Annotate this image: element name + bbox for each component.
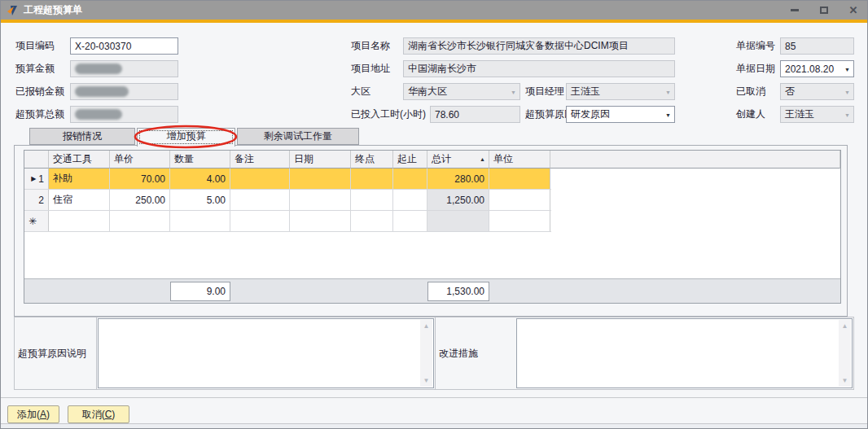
quantity-total-box: 9.00 (170, 282, 230, 301)
project-code-label: 项目编码 (15, 37, 55, 55)
scroll-down-icon[interactable]: ▼ (842, 377, 848, 384)
cell-destination[interactable] (351, 211, 393, 231)
creator-select: 王涟玉▼ (780, 106, 854, 123)
table-row[interactable]: ▶ 1 补助 70.00 4.00 280.00 (24, 169, 551, 190)
row-selector[interactable]: 2 (24, 190, 49, 210)
tab-add-budget[interactable]: 增加预算 (137, 128, 235, 147)
cell-start-end[interactable] (393, 211, 427, 231)
cell-date[interactable] (290, 190, 351, 210)
scroll-up-icon[interactable]: ▲ (842, 322, 848, 330)
chevron-down-icon[interactable]: ▼ (665, 112, 671, 117)
reimbursed-amount-field (70, 83, 178, 100)
footer-divider (1, 397, 867, 398)
cell-unit[interactable] (489, 211, 550, 231)
cell-vehicle[interactable]: 住宿 (49, 190, 110, 210)
col-header-destination[interactable]: 终点 (351, 151, 393, 169)
cancel-button[interactable]: 取消(C) (68, 405, 129, 423)
window-bottom-edge (1, 423, 867, 428)
col-header-remark[interactable]: 备注 (230, 151, 290, 169)
invested-hours-field: 78.60 (430, 106, 520, 123)
col-header-date[interactable]: 日期 (290, 151, 351, 169)
cell-start-end[interactable] (393, 190, 427, 210)
reason-note-textarea[interactable]: ▲ ▼ (98, 318, 434, 388)
col-header-vehicle[interactable]: 交通工具 (49, 151, 110, 169)
over-budget-reason-select[interactable]: 研发原因▼ (566, 106, 675, 123)
doc-date-select[interactable]: 2021.08.20▼ (780, 60, 854, 77)
chevron-down-icon: ▼ (844, 89, 850, 94)
redacted-value (75, 109, 122, 120)
row-selector[interactable]: ▶ 1 (24, 169, 49, 189)
cell-total[interactable] (427, 211, 489, 231)
dialog-window: 工程超预算单 ✕ 项目编码 X-20-030370 预算金额 已报销金额 超预算… (0, 0, 868, 429)
reimbursed-amount-label: 已报销金额 (15, 83, 64, 100)
add-button[interactable]: 添加(A) (7, 405, 59, 423)
window-title: 工程超预算单 (24, 3, 82, 17)
maximize-icon[interactable] (818, 5, 830, 16)
project-manager-label: 项目经理 (525, 83, 564, 100)
cell-vehicle[interactable] (49, 211, 110, 231)
cell-remark[interactable] (230, 190, 290, 210)
cell-total[interactable]: 280.00 (427, 169, 489, 189)
project-address-field: 中国湖南长沙市 (403, 60, 675, 77)
over-budget-total-field (70, 106, 178, 123)
project-manager-select: 王涟玉▼ (566, 83, 675, 100)
doc-number-field: 85 (780, 37, 854, 55)
doc-number-label: 单据编号 (736, 37, 775, 55)
scroll-down-icon[interactable]: ▼ (423, 377, 430, 384)
cell-start-end[interactable] (393, 169, 427, 189)
improvement-textarea[interactable]: ▲ ▼ (516, 318, 853, 388)
grid-totals-bar: 9.00 1,530.00 (24, 278, 840, 303)
col-header-quantity[interactable]: 数量 (170, 151, 230, 169)
table-row[interactable]: 2 住宿 250.00 5.00 1,250.00 (24, 190, 551, 211)
col-header-filler (550, 151, 840, 169)
col-header-unit[interactable]: 单位 (489, 151, 550, 169)
cancelled-select: 否▼ (780, 83, 854, 100)
minimize-icon[interactable] (789, 5, 800, 16)
cell-date[interactable] (290, 211, 351, 231)
doc-date-label: 单据日期 (736, 60, 775, 77)
cell-quantity[interactable]: 5.00 (170, 190, 230, 210)
budget-amount-field (70, 60, 178, 77)
cell-date[interactable] (290, 169, 351, 189)
chevron-down-icon[interactable]: ▼ (844, 66, 850, 72)
textarea-scrollbar[interactable]: ▲ ▼ (420, 320, 432, 387)
grand-total-box: 1,530.00 (427, 282, 489, 301)
title-bar[interactable]: 工程超预算单 ✕ (1, 1, 867, 20)
cell-unit[interactable] (489, 190, 550, 210)
cell-destination[interactable] (351, 169, 393, 189)
cell-quantity[interactable]: 4.00 (170, 169, 230, 189)
col-header-unit-price[interactable]: 单价 (110, 151, 170, 169)
accent-bar (1, 20, 867, 23)
sort-ascending-icon: ▲ (480, 156, 485, 162)
cell-unit-price[interactable]: 70.00 (110, 169, 170, 189)
project-name-field: 湖南省长沙市长沙银行同城灾备数据中心DCIM项目 (403, 37, 675, 55)
cancelled-label: 已取消 (736, 83, 765, 100)
cell-destination[interactable] (351, 190, 393, 210)
tab-content-panel: 交通工具 单价 数量 备注 日期 终点 起止 总计 ▲ 单位 ▶ 1 补 (14, 145, 848, 317)
cell-vehicle[interactable]: 补助 (49, 169, 110, 189)
current-row-indicator-icon: ▶ (31, 175, 36, 182)
chevron-down-icon: ▼ (844, 112, 850, 117)
cell-remark[interactable] (230, 211, 290, 231)
project-code-field[interactable]: X-20-030370 (70, 37, 178, 55)
region-select: 华南大区▼ (403, 83, 520, 100)
cell-unit-price[interactable] (110, 211, 170, 231)
cell-total[interactable]: 1,250.00 (427, 190, 489, 210)
redacted-value (75, 63, 122, 74)
cell-unit[interactable] (489, 169, 550, 189)
grid-header-row: 交通工具 单价 数量 备注 日期 终点 起止 总计 ▲ 单位 (24, 151, 840, 169)
tab-reimbursement[interactable]: 报销情况 (29, 128, 135, 145)
cell-quantity[interactable] (170, 211, 230, 231)
close-icon[interactable]: ✕ (848, 5, 859, 16)
row-selector-header[interactable] (24, 151, 49, 169)
col-header-start-end[interactable]: 起止 (393, 151, 427, 169)
col-header-total[interactable]: 总计 ▲ (427, 151, 489, 169)
invested-hours-label: 已投入工时(小时) (351, 106, 426, 123)
cell-unit-price[interactable]: 250.00 (110, 190, 170, 210)
textarea-scrollbar[interactable]: ▲ ▼ (839, 320, 851, 387)
cell-remark[interactable] (230, 169, 290, 189)
scroll-up-icon[interactable]: ▲ (423, 322, 430, 330)
new-row[interactable]: ✳ (24, 211, 551, 232)
creator-label: 创建人 (736, 106, 765, 123)
tab-remaining-workload[interactable]: 剩余调试工作量 (237, 128, 359, 145)
